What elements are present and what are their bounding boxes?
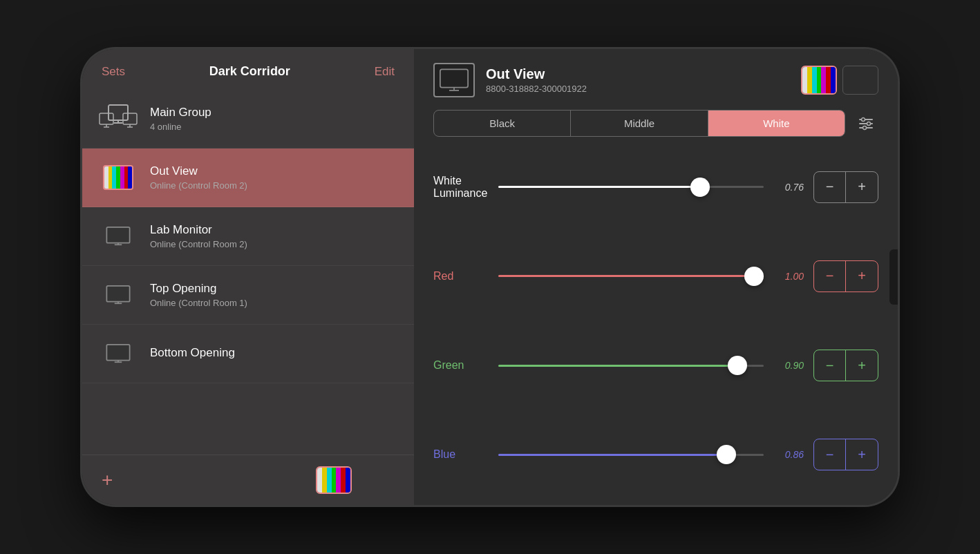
svg-rect-3	[100, 113, 113, 124]
devices-list: Main Group 4 online	[82, 90, 414, 455]
slider-label-white: White Luminance	[433, 175, 489, 200]
slider-increment-red[interactable]: +	[846, 261, 878, 292]
slider-controls-red: − +	[813, 260, 878, 292]
colorbar-device-icon	[99, 158, 138, 197]
monitor-icon	[99, 334, 138, 373]
slider-controls-green: − +	[813, 350, 878, 381]
device-status: 4 online	[150, 122, 211, 132]
device-status: Online (Control Room 1)	[150, 298, 247, 308]
group-icon	[99, 99, 138, 138]
tab-middle[interactable]: Middle	[571, 111, 708, 136]
slider-thumb-white[interactable]	[690, 178, 710, 197]
device-status: Online (Control Room 2)	[150, 239, 247, 249]
slider-controls-blue: − +	[813, 439, 878, 470]
slider-value-white: 0.76	[773, 182, 804, 193]
slider-label-blue: Blue	[433, 448, 489, 461]
left-panel: Sets Dark Corridor Edit	[82, 49, 414, 505]
device-name: Main Group	[150, 106, 211, 120]
grayscale-mode-button[interactable]	[359, 466, 395, 494]
right-header: Out View 8800-318882-300001922	[433, 63, 878, 97]
tab-white[interactable]: White	[708, 111, 845, 136]
colorbar-thumbnail	[103, 165, 133, 190]
device-name: Bottom Opening	[150, 346, 235, 360]
slider-value-red: 1.00	[773, 271, 804, 282]
svg-point-26	[863, 126, 867, 129]
add-device-button[interactable]: +	[102, 470, 113, 490]
svg-point-24	[862, 117, 865, 121]
slider-increment-white[interactable]: +	[846, 172, 878, 202]
slider-value-green: 0.90	[773, 360, 804, 371]
device-info: Main Group 4 online	[150, 106, 211, 132]
svg-point-25	[867, 122, 871, 125]
left-header: Sets Dark Corridor Edit	[82, 49, 414, 90]
sliders-container: White Luminance 0.76 − + Red 1.00	[433, 151, 878, 491]
slider-value-blue: 0.86	[773, 449, 804, 460]
slider-row-red: Red 1.00 − +	[433, 260, 878, 292]
tab-group: Black Middle White	[433, 110, 845, 137]
slider-row-blue: Blue 0.86 − +	[433, 439, 878, 470]
slider-decrement-green[interactable]: −	[814, 350, 846, 381]
device-item[interactable]: Top Opening Online (Control Room 1)	[82, 266, 414, 325]
slider-increment-green[interactable]: +	[846, 350, 878, 381]
slider-row-green: Green 0.90 − +	[433, 350, 878, 381]
slider-track-red[interactable]	[498, 268, 764, 285]
slider-thumb-blue[interactable]	[717, 445, 736, 464]
slider-controls-white: − +	[813, 171, 878, 203]
sets-button[interactable]: Sets	[102, 65, 125, 79]
slider-thumb-green[interactable]	[728, 356, 747, 375]
monitor-icon	[99, 276, 138, 314]
device-name: Top Opening	[150, 282, 247, 296]
colorbar-view-button[interactable]	[801, 66, 837, 95]
right-device-name: Out View	[486, 66, 801, 82]
device-name: Out View	[150, 164, 247, 178]
filter-icon[interactable]	[854, 111, 878, 136]
svg-rect-0	[109, 105, 128, 120]
monitor-icon	[99, 217, 138, 256]
slider-increment-blue[interactable]: +	[846, 439, 878, 470]
right-panel: Out View 8800-318882-300001922	[414, 49, 898, 505]
device-info: Out View Online (Control Room 2)	[150, 164, 247, 191]
svg-rect-15	[106, 345, 129, 361]
left-footer: +	[82, 455, 414, 505]
slider-track-green[interactable]	[498, 357, 764, 374]
grayscale-view-button[interactable]	[842, 66, 878, 95]
footer-icons	[316, 466, 395, 494]
slider-thumb-red[interactable]	[744, 267, 764, 286]
right-header-info: Out View 8800-318882-300001922	[486, 66, 801, 94]
device-frame: Sets Dark Corridor Edit	[82, 49, 898, 505]
svg-rect-18	[440, 69, 468, 87]
tabs-row: Black Middle White	[433, 110, 878, 137]
slider-decrement-blue[interactable]: −	[814, 439, 846, 470]
device-item[interactable]: Main Group 4 online	[82, 90, 414, 149]
device-name: Lab Monitor	[150, 223, 247, 237]
right-device-id: 8800-318882-300001922	[486, 84, 801, 94]
tab-black[interactable]: Black	[434, 111, 571, 136]
slider-decrement-red[interactable]: −	[814, 261, 846, 292]
device-info: Bottom Opening	[150, 346, 235, 362]
header-title: Dark Corridor	[209, 64, 290, 79]
monitor-preview-icon	[433, 63, 475, 97]
slider-label-red: Red	[433, 270, 489, 283]
right-header-icons	[801, 66, 878, 95]
svg-rect-12	[106, 286, 129, 302]
slider-track-white[interactable]	[498, 179, 764, 195]
device-status: Online (Control Room 2)	[150, 180, 247, 191]
svg-rect-6	[123, 113, 137, 124]
svg-rect-9	[106, 227, 129, 243]
slider-track-blue[interactable]	[498, 446, 764, 463]
device-info: Lab Monitor Online (Control Room 2)	[150, 223, 247, 249]
edit-button[interactable]: Edit	[375, 65, 395, 79]
device-item-active[interactable]: Out View Online (Control Room 2)	[82, 149, 414, 207]
slider-decrement-white[interactable]: −	[814, 172, 846, 202]
device-item[interactable]: Lab Monitor Online (Control Room 2)	[82, 207, 414, 266]
device-info: Top Opening Online (Control Room 1)	[150, 282, 247, 308]
slider-row-white: White Luminance 0.76 − +	[433, 171, 878, 203]
colorbar-mode-button[interactable]	[316, 466, 352, 494]
device-item[interactable]: Bottom Opening	[82, 325, 414, 383]
slider-label-green: Green	[433, 359, 489, 372]
